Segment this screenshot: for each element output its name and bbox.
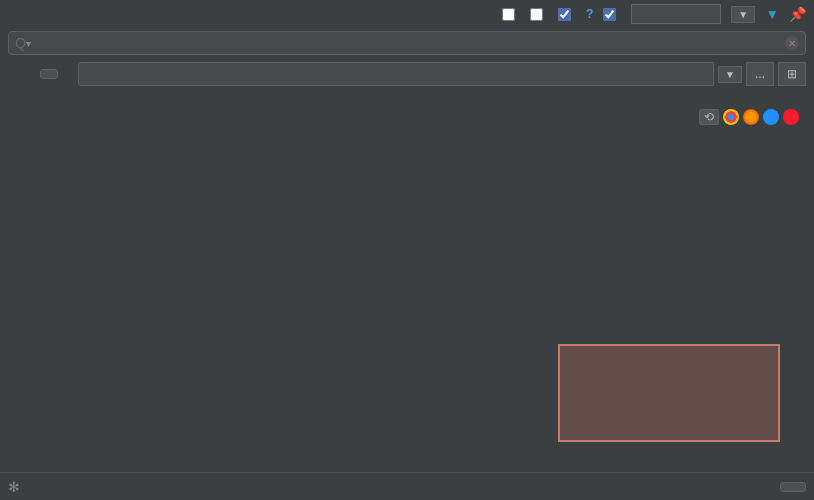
chrome-icon[interactable] [723,109,739,125]
directory-path-input[interactable] [78,62,714,86]
scope-tab-project[interactable] [8,69,24,79]
preview-file-path [0,90,814,98]
file-mask-dropdown-icon[interactable]: ▼ [731,6,755,23]
file-mask-input[interactable] [631,4,721,24]
scope-tab-scope[interactable] [58,69,74,79]
browse-folder-button[interactable]: ... [746,62,774,86]
safari-icon[interactable] [763,109,779,125]
regex-help-icon[interactable]: ? [586,7,593,21]
search-icon: Q [15,35,26,51]
ide-preview-icon[interactable]: ⟲ [699,109,719,125]
recursive-toggle-icon[interactable]: ⊞ [778,62,806,86]
scope-tab-module[interactable] [24,69,40,79]
highlight-overlay [558,344,780,442]
path-history-icon[interactable]: ▼ [718,66,742,83]
words-checkbox[interactable] [530,8,548,21]
match-case-checkbox[interactable] [502,8,520,21]
settings-icon[interactable]: ✻ [8,479,20,495]
open-in-find-window-button[interactable] [780,482,806,492]
history-icon[interactable]: ▾ [26,38,31,49]
firefox-icon[interactable] [743,109,759,125]
filter-icon[interactable]: ▼ [765,6,779,22]
file-mask-checkbox[interactable] [603,8,621,21]
regex-checkbox[interactable] [558,8,576,21]
scope-tabs [8,69,74,79]
browser-preview-toolbar: ⟲ [696,106,802,128]
pin-icon[interactable]: 📌 [789,6,806,22]
clear-icon[interactable]: ✕ [785,36,799,50]
opera-icon[interactable] [783,109,799,125]
scope-tab-directory[interactable] [40,69,58,79]
